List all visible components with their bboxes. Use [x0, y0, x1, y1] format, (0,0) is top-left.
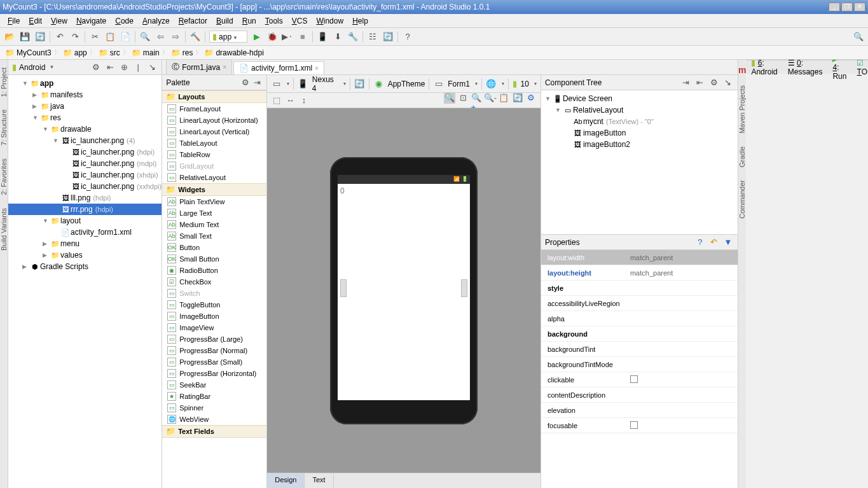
sdk-icon[interactable]: ⬇ — [332, 31, 343, 43]
close-icon[interactable]: × — [315, 65, 319, 72]
property-row[interactable]: style — [541, 281, 738, 296]
palette-item[interactable]: 🌐WebView — [162, 414, 266, 425]
help-icon[interactable]: ? — [402, 31, 413, 43]
form-icon[interactable]: ▭ — [433, 78, 444, 90]
tree-item[interactable]: ▼🖼ic_launcher.png(4) — [8, 135, 162, 146]
menu-file[interactable]: File — [4, 15, 24, 27]
palette-item[interactable]: ▭ProgressBar (Large) — [162, 333, 266, 345]
orient-icon[interactable]: 🔄 — [354, 78, 365, 90]
tree-item[interactable]: 🖼rrr.png(hdpi) — [8, 204, 162, 215]
theme-icon[interactable]: ◉ — [373, 78, 384, 90]
tree-item[interactable]: 📄activity_form1.xml — [8, 227, 162, 238]
device-icon[interactable]: 📱 — [298, 78, 308, 90]
palette-item[interactable]: ▭TableRow — [162, 149, 266, 160]
palette-item[interactable]: ▭FrameLayout — [162, 103, 266, 115]
sidetab-build-variants[interactable]: Build Variants — [0, 206, 8, 253]
copy-icon[interactable]: 📋 — [104, 31, 116, 43]
property-row[interactable]: background — [541, 326, 738, 342]
image-button-right[interactable] — [461, 279, 467, 297]
search-icon[interactable]: 🔍 — [853, 31, 864, 43]
close-button[interactable]: ✕ — [854, 3, 865, 11]
project-tree[interactable]: ▼📁app▶📁manifests▶📁java▼📁res▼📁drawable▼🖼i… — [8, 75, 162, 488]
palette-group[interactable]: 📁Widgets — [162, 183, 266, 196]
menu-run[interactable]: Run — [238, 15, 260, 27]
property-row[interactable]: clickable — [541, 372, 738, 387]
menu-navigate[interactable]: Navigate — [72, 15, 110, 27]
pin-icon[interactable]: ⇥ — [251, 77, 263, 88]
menu-analyze[interactable]: Analyze — [139, 15, 174, 27]
tree-item[interactable]: ▼📁drawable — [8, 123, 162, 135]
palette-item[interactable]: AbSmall Text — [162, 230, 266, 242]
palette-body[interactable]: 📁Layouts▭FrameLayout▭LinearLayout (Horiz… — [162, 90, 266, 488]
menu-refactor[interactable]: Refactor — [175, 15, 211, 27]
menu-window[interactable]: Window — [312, 15, 347, 27]
property-row[interactable]: focusable — [541, 418, 738, 433]
restore-icon[interactable]: ↶ — [708, 237, 720, 248]
sep-icon[interactable]: | — [132, 62, 144, 73]
breadcrumb-item[interactable]: 📁MyCount3 — [5, 48, 52, 57]
run-config-select[interactable]: ▮ app▼ — [209, 31, 247, 43]
mycnt-text[interactable]: 0 — [340, 186, 345, 195]
palette-item[interactable]: AbLarge Text — [162, 207, 266, 219]
palette-item[interactable]: ▭SeekBar — [162, 379, 266, 391]
palette-item[interactable]: ★RatingBar — [162, 391, 266, 402]
property-row[interactable]: elevation — [541, 403, 738, 418]
palette-item[interactable]: ▭ImageView — [162, 322, 266, 333]
stop-icon[interactable]: ■ — [297, 31, 308, 43]
locale-icon[interactable]: 🌐 — [486, 78, 497, 90]
tab-text[interactable]: Text — [305, 473, 333, 488]
tree-item[interactable]: 🖼imageButton — [541, 127, 738, 139]
expand-icon[interactable]: ⇥ — [680, 77, 692, 88]
hide-icon[interactable]: ↘ — [146, 62, 158, 73]
close-icon[interactable]: × — [223, 64, 226, 71]
palette-item[interactable]: ▭ProgressBar (Small) — [162, 356, 266, 368]
palette-item[interactable]: ▭ImageButton — [162, 310, 266, 322]
status-item[interactable]: ▶ 4: Run — [832, 60, 846, 81]
property-row[interactable]: backgroundTintMode — [541, 357, 738, 372]
component-tree[interactable]: ▼📱Device Screen▼▭RelativeLayoutAbmycnt(T… — [541, 90, 738, 234]
build-icon[interactable]: 🔨 — [189, 31, 201, 43]
tree-item[interactable]: ▶⬢Gradle Scripts — [8, 261, 162, 272]
menu-edit[interactable]: Edit — [25, 15, 46, 27]
zoom-sel-icon[interactable]: 🔍 — [444, 92, 455, 104]
tree-item[interactable]: ▶📁menu — [8, 238, 162, 249]
editor-tab[interactable]: 📄activity_form1.xml× — [233, 61, 324, 74]
avd-icon[interactable]: 📱 — [317, 31, 328, 43]
palette-item[interactable]: ▭LinearLayout (Vertical) — [162, 126, 266, 137]
ddms-icon[interactable]: 🔧 — [347, 31, 359, 43]
gear-icon[interactable]: ⚙ — [240, 77, 251, 88]
palette-item[interactable]: OKSmall Button — [162, 253, 266, 265]
sidetab-7-structure[interactable]: 7: Structure — [0, 107, 8, 148]
palette-item[interactable]: OKButton — [162, 242, 266, 253]
redo-icon[interactable]: ↷ — [69, 31, 81, 43]
menu-vcs[interactable]: VCS — [288, 15, 312, 27]
select-icon[interactable]: ⬚ — [271, 95, 282, 106]
palette-item[interactable]: ◉RadioButton — [162, 265, 266, 276]
sidetab-gradle[interactable]: Gradle — [738, 144, 746, 170]
menu-tools[interactable]: Tools — [261, 15, 287, 27]
save-icon[interactable]: 💾 — [19, 31, 31, 43]
help-icon[interactable]: ? — [694, 237, 706, 248]
breadcrumb-item[interactable]: 📁drawable-hdpi — [204, 48, 263, 57]
tab-design[interactable]: Design — [267, 473, 305, 488]
property-row[interactable]: layout:heightmatch_parent — [541, 265, 738, 281]
palette-item[interactable]: ▭ToggleButton — [162, 299, 266, 310]
paste-icon[interactable]: 📄 — [120, 31, 131, 43]
tree-item[interactable]: 🖼imageButton2 — [541, 139, 738, 150]
palette-item[interactable]: ☑CheckBox — [162, 276, 266, 288]
find-icon[interactable]: 🔍 — [139, 31, 151, 43]
device-screen[interactable]: 📶 🔋 0 — [338, 175, 470, 400]
palette-item[interactable]: ▭TableLayout — [162, 137, 266, 149]
property-row[interactable]: backgroundTint — [541, 342, 738, 357]
property-row[interactable]: layout:widthmatch_parent — [541, 250, 738, 265]
menu-code[interactable]: Code — [111, 15, 137, 27]
breadcrumb-item[interactable]: 📁main — [132, 48, 160, 57]
forward-icon[interactable]: ⇨ — [170, 31, 181, 43]
tree-item[interactable]: ▼📁app — [8, 78, 162, 89]
palette-group[interactable]: 📁Text Fields — [162, 425, 266, 438]
zoom-out-icon[interactable]: 🔍- — [485, 92, 496, 104]
run-icon[interactable]: ▶ — [251, 31, 263, 43]
zoom-in-icon[interactable]: 🔍+ — [471, 97, 483, 108]
undo-icon[interactable]: ↶ — [54, 31, 65, 43]
tree-item[interactable]: ▼📱Device Screen — [541, 93, 738, 104]
